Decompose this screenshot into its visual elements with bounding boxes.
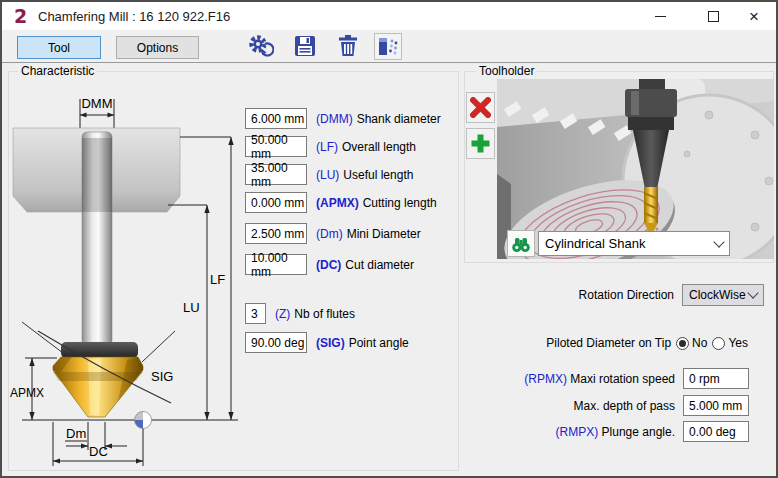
dmm-dim-label: DMM [81,96,112,111]
tab-tool[interactable]: Tool [17,36,101,59]
toolholder-add-button[interactable] [466,128,495,159]
cutting-length-input[interactable]: 0.000 mm [245,192,307,213]
radio-selected-icon [676,337,689,350]
mini-diameter-input[interactable]: 2.500 mm [245,223,307,244]
gear-refresh-button[interactable] [248,33,274,59]
shank-type-value: Cylindrical Shank [545,236,645,251]
toolholder-group-title: Toolholder [476,64,537,78]
simulation-icon [375,34,401,59]
window-title: Chamfering Mill : 16 120 922.F16 [38,9,230,24]
lf-dim-label: LF [210,272,225,287]
plunge-angle-row: (RMPX) Plunge angle. 0.00 deg [462,421,749,442]
add-icon [470,133,491,154]
chevron-down-icon [713,236,724,247]
shank-type-select[interactable]: Cylindrical Shank [538,231,730,256]
app-logo-icon: 2 [14,5,27,27]
piloted-diameter-label: Piloted Diameter on Tip [546,336,671,350]
overall-length-input[interactable]: 50.000 mm [245,136,307,157]
characteristic-group-title: Characteristic [18,64,97,78]
toolbar: Tool Options [2,30,776,63]
minimize-button[interactable] [641,2,679,30]
tool-diagram: DMM SIG LF LU [8,93,242,473]
save-button[interactable] [292,33,318,59]
apmx-dim-label: APMX [10,386,44,400]
maximize-icon [708,11,719,22]
search-toolholder-button[interactable] [507,230,535,257]
cut-diameter-input[interactable]: 10.000 mm [245,254,307,275]
radio-icon [712,337,725,350]
field-row-sig: 90.00 deg (SIG)Point angle [245,332,409,353]
origin-marker-icon [135,412,152,429]
delete-tool-button[interactable] [335,33,361,59]
dc-dim-label: DC [89,444,108,459]
piloted-no-option[interactable]: No [676,336,707,350]
rotation-direction-row: Rotation Direction ClockWise [462,284,764,306]
save-icon [292,33,318,59]
field-row-lf: 50.000 mm (LF)Overall length [245,136,416,157]
rotation-direction-label: Rotation Direction [579,288,674,302]
minimize-icon [655,16,666,17]
field-row-z: 3 (Z)Nb of flutes [245,303,355,324]
useful-length-input[interactable]: 35.000 mm [245,164,307,185]
tab-options[interactable]: Options [116,36,199,59]
gear-refresh-icon [248,33,274,59]
sig-dim-label: SIG [151,369,173,384]
piloted-diameter-row: Piloted Diameter on Tip No Yes [462,336,748,350]
max-depth-of-pass-row: Max. depth of pass 5.000 mm [462,395,749,416]
delete-icon [470,97,491,118]
chevron-down-icon [747,287,758,298]
close-icon: × [749,8,759,25]
maximize-button[interactable] [694,2,732,30]
dm-dim-label: Dm [66,426,86,441]
max-depth-of-pass-input[interactable]: 5.000 mm [683,395,749,416]
rotation-direction-select[interactable]: ClockWise [682,284,764,306]
max-rotation-speed-input[interactable]: 0 rpm [683,368,749,389]
piloted-yes-option[interactable]: Yes [712,336,748,350]
binoculars-icon [511,235,531,253]
lu-dim-label: LU [183,300,200,315]
title-bar: 2 Chamfering Mill : 16 120 922.F16 × [2,2,776,30]
point-angle-input[interactable]: 90.00 deg [245,332,307,353]
tool-parameters-window: 2 Chamfering Mill : 16 120 922.F16 × Too… [0,0,778,478]
field-row-lu: 35.000 mm (LU)Useful length [245,164,413,185]
close-button[interactable]: × [735,2,773,30]
field-row-dmm: 6.000 mm (DMM)Shank diameter [245,108,441,129]
flutes-count-input[interactable]: 3 [245,303,266,324]
field-row-dm: 2.500 mm (Dm)Mini Diameter [245,223,421,244]
toolholder-delete-button[interactable] [466,92,495,123]
simulation-button[interactable] [374,33,402,60]
trash-icon [335,33,361,59]
field-row-dc: 10.000 mm (DC)Cut diameter [245,254,414,275]
field-row-apmx: 0.000 mm (APMX)Cutting length [245,192,437,213]
shank-diameter-input[interactable]: 6.000 mm [245,108,307,129]
max-rotation-speed-row: (RPMX) Maxi rotation speed 0 rpm [462,368,749,389]
plunge-angle-input[interactable]: 0.00 deg [683,421,749,442]
